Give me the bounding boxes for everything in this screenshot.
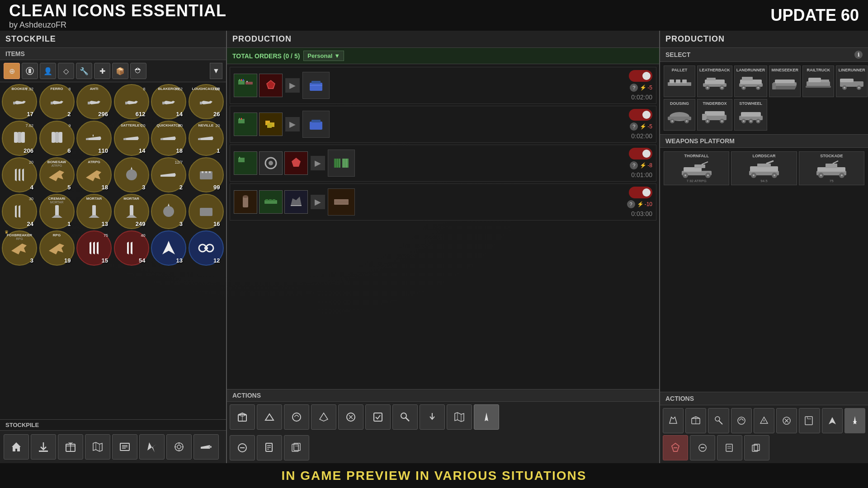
item-satterley[interactable]: SATTERLEY 20 14 [114, 121, 149, 156]
item-20mm[interactable]: 20 4 [2, 157, 37, 192]
vehicle-dousing[interactable]: DOUSING [664, 99, 695, 131]
prod-action-7-btn[interactable] [392, 404, 418, 430]
right-action-6[interactable] [776, 408, 797, 433]
vehicle-leatherback[interactable]: LEATHERBACK [697, 66, 732, 97]
right-action-2[interactable] [685, 408, 706, 433]
weapon-lordscar[interactable]: LORDSCAR 94.5 [731, 151, 797, 185]
item-40mm[interactable]: 40 54 [114, 230, 149, 266]
vehicle-pallet[interactable]: PALLET [664, 66, 695, 97]
filter-ammo-icon[interactable] [22, 63, 38, 79]
vehicle-tinderbox[interactable]: TINDERBOX [697, 99, 732, 131]
item-762ammo[interactable]: 7.62 206 [2, 121, 37, 156]
right-action-5[interactable] [754, 408, 774, 433]
prod-action-doc-btn[interactable] [257, 435, 282, 460]
svg-point-129 [757, 87, 759, 89]
right-action-11[interactable] [690, 435, 715, 460]
order-1-toggle[interactable] [629, 70, 652, 82]
item-cremari[interactable]: CREMARI MORTAR 1 [39, 194, 75, 229]
item-ferro[interactable]: FERRO 8 2 [39, 84, 75, 119]
right-action-4[interactable] [731, 408, 752, 433]
prod-action-8-btn[interactable] [420, 404, 445, 430]
item-ammo99[interactable]: 99 [189, 157, 224, 192]
action-home-btn[interactable] [4, 434, 29, 460]
vehicle-linerunner[interactable]: LINERUNNER [836, 66, 868, 97]
order-2-play-btn[interactable]: ▶ [285, 117, 300, 131]
order-2-toggle[interactable] [629, 109, 652, 121]
filter-weapon-icon[interactable]: ◇ [58, 63, 74, 79]
filter-medical-icon[interactable]: ✚ [94, 63, 110, 79]
right-info-icon[interactable]: ℹ [854, 51, 863, 59]
right-action-10[interactable] [663, 435, 688, 460]
item-30mm[interactable]: 30 24 [2, 194, 37, 229]
filter-tool-icon[interactable]: 🔧 [76, 63, 92, 79]
filter-crate-icon[interactable]: 📦 [112, 63, 128, 79]
prod-action-minus-btn[interactable] [230, 435, 255, 460]
item-binoculars[interactable]: 12 [189, 230, 224, 266]
order-4-toggle[interactable] [629, 187, 652, 198]
prod-action-6-btn[interactable] [365, 404, 391, 430]
filter-helmet-icon[interactable]: ⛑ [130, 63, 146, 79]
vehicle-railtruck[interactable]: RAILTRUCK [802, 66, 834, 97]
personal-dropdown[interactable]: Personal ▼ [303, 51, 344, 61]
item-booker[interactable]: BOOKER 7.92 17 [2, 84, 37, 119]
item-rifle1[interactable]: 110 [76, 121, 112, 156]
right-action-8[interactable] [822, 408, 843, 433]
prod-action-doclist-btn[interactable] [284, 435, 309, 460]
item-foxbreaker[interactable]: ♛ FOXBREAKER RPG 3 [2, 230, 37, 266]
item-mortar2[interactable]: MORTAR 249 [114, 194, 149, 229]
order-1-help[interactable]: ? [630, 84, 638, 92]
item-neville[interactable]: NEVILLE 20 1 [189, 121, 224, 156]
order-3-toggle[interactable] [629, 148, 652, 160]
item-quickhatch[interactable]: QUICKHATCH 20 18 [151, 121, 186, 156]
order-3-help[interactable]: ? [630, 161, 638, 169]
vehicle-landrunner[interactable]: LANDRUNNER [734, 66, 768, 97]
prod-action-4-btn[interactable] [311, 404, 336, 430]
action-map-btn[interactable] [85, 434, 110, 460]
vehicle-stowheel[interactable]: STOWHEEL [734, 99, 768, 131]
item-ahti[interactable]: AHTI 296 [76, 84, 112, 119]
item-9mm[interactable]: 9 6 [39, 121, 75, 156]
item-atrpg[interactable]: ATRPG 18 [76, 157, 112, 192]
right-action-1[interactable] [663, 408, 684, 433]
filter-soldier-icon[interactable]: 👤 [40, 63, 56, 79]
order-3-play-btn[interactable]: ▶ [311, 156, 325, 170]
item-ammo16[interactable]: 16 [189, 194, 224, 229]
item-blakerow[interactable]: BLAKEROW 7.62 14 [151, 84, 186, 119]
item-8mm[interactable]: 8 612 [114, 84, 149, 119]
action-target-btn[interactable] [166, 434, 192, 460]
prod-action-cube-btn[interactable] [230, 404, 255, 430]
vehicle-mineseeker[interactable]: MINESEEKER [769, 66, 801, 97]
filter-dropdown-icon[interactable]: ▼ [210, 63, 222, 79]
weapon-stockade[interactable]: STOCKADE 75 [799, 151, 864, 185]
item-explosive2[interactable]: 3 [151, 194, 186, 229]
right-action-13[interactable] [744, 435, 769, 460]
action-lightning-btn[interactable] [139, 434, 165, 460]
item-12-7[interactable]: 12/7 2 [151, 157, 186, 192]
filter-all-icon[interactable]: ⊕ [4, 63, 20, 79]
right-action-12[interactable] [717, 435, 742, 460]
right-action-7[interactable] [799, 408, 820, 433]
item-rpg[interactable]: RPG 19 [39, 230, 75, 266]
prod-action-3-btn[interactable] [284, 404, 309, 430]
item-explosive1[interactable]: 3 [114, 157, 149, 192]
item-bonesaw[interactable]: BONESAW ATRPG 5 [39, 157, 75, 192]
action-crate-btn[interactable] [58, 434, 83, 460]
item-knife[interactable]: 13 [151, 230, 186, 266]
order-4-help[interactable]: ? [627, 200, 635, 208]
action-pick-btn[interactable] [31, 434, 56, 460]
order-4-play-btn[interactable]: ▶ [311, 195, 325, 209]
item-mortar1[interactable]: MORTAR 13 [76, 194, 112, 229]
order-1-play-btn[interactable]: ▶ [285, 78, 300, 93]
item-75mm[interactable]: 75 15 [76, 230, 112, 266]
order-2-help[interactable]: ? [630, 122, 638, 131]
right-action-3[interactable] [708, 408, 729, 433]
prod-action-2-btn[interactable] [257, 404, 282, 430]
prod-action-sword-btn[interactable] [474, 404, 499, 430]
prod-action-5-btn[interactable] [338, 404, 363, 430]
weapon-thornfall[interactable]: THORNFALL 7.92 ATRPG [664, 151, 729, 185]
right-action-9[interactable] [844, 408, 865, 433]
item-loughcaster[interactable]: LOUGHCASTER 7.62 26 [189, 84, 224, 119]
action-rifle-btn[interactable] [193, 434, 219, 460]
prod-action-map-btn[interactable] [447, 404, 472, 430]
action-list-btn[interactable] [112, 434, 137, 460]
